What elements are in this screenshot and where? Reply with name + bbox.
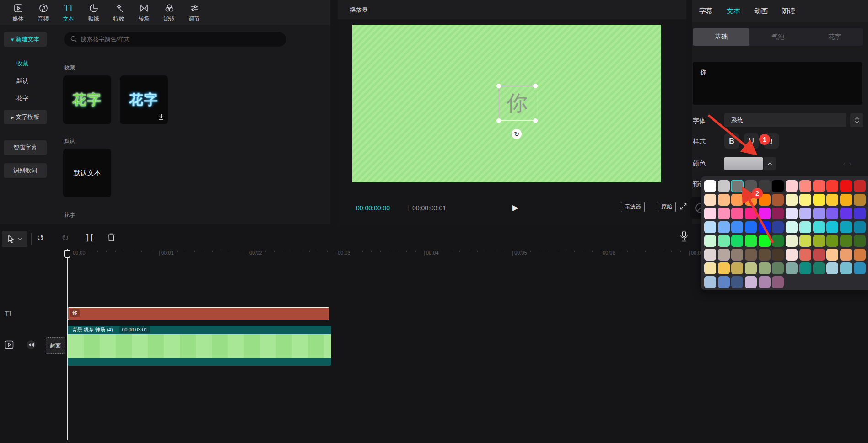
oscilloscope-button[interactable]: 示波器: [621, 202, 645, 212]
color-swatch[interactable]: [813, 194, 825, 206]
color-swatch[interactable]: [704, 221, 716, 233]
sidebar-item-default[interactable]: 默认: [16, 77, 28, 85]
tab-text[interactable]: 文本: [727, 7, 740, 16]
download-icon[interactable]: [158, 114, 164, 122]
bold-button[interactable]: B: [724, 133, 739, 149]
cover-button[interactable]: 封面: [46, 337, 65, 354]
tab-subtitle[interactable]: 字幕: [699, 7, 713, 16]
color-swatch[interactable]: [759, 235, 771, 247]
color-swatch[interactable]: [772, 194, 784, 206]
color-swatch[interactable]: [813, 208, 825, 219]
video-preview[interactable]: 你 ↻: [352, 25, 661, 182]
toolbar-item-text[interactable]: TI 文本: [56, 0, 81, 23]
color-swatch[interactable]: [731, 208, 743, 219]
color-swatch[interactable]: [772, 221, 784, 233]
color-swatch[interactable]: [786, 235, 798, 247]
font-stepper[interactable]: [850, 113, 863, 127]
font-select[interactable]: 系统: [724, 113, 846, 127]
color-swatch[interactable]: [854, 221, 866, 233]
color-swatch[interactable]: [799, 180, 811, 192]
text-content-input[interactable]: 你: [693, 62, 862, 105]
color-dropdown-button[interactable]: [764, 157, 776, 170]
color-swatch[interactable]: [772, 262, 784, 274]
search-input[interactable]: 搜索花字颜色/样式: [64, 32, 286, 47]
color-swatch[interactable]: [772, 208, 784, 219]
color-swatch[interactable]: [704, 276, 716, 288]
color-swatch[interactable]: [840, 180, 852, 192]
color-swatch[interactable]: [772, 276, 784, 288]
text-color-swatch[interactable]: [724, 157, 763, 170]
mute-track-icon[interactable]: [26, 339, 37, 352]
color-swatch[interactable]: [826, 221, 838, 233]
color-swatch[interactable]: [786, 208, 798, 219]
color-swatch[interactable]: [759, 262, 771, 274]
color-swatch[interactable]: [799, 194, 811, 206]
color-swatch[interactable]: [718, 180, 730, 192]
color-swatch[interactable]: [731, 235, 743, 247]
play-button[interactable]: ▶: [512, 203, 523, 213]
color-swatch[interactable]: [854, 194, 866, 206]
toolbar-item-sticker[interactable]: 贴纸: [81, 0, 106, 23]
color-swatch[interactable]: [772, 235, 784, 247]
color-swatch[interactable]: [854, 262, 866, 274]
sidebar-item-smart-subtitle[interactable]: 智能字幕: [4, 140, 47, 155]
resize-handle-top-left[interactable]: [496, 84, 501, 88]
color-swatch[interactable]: [718, 276, 730, 288]
color-swatch[interactable]: [718, 235, 730, 247]
resize-handle-bottom-right[interactable]: [533, 118, 538, 123]
color-swatch[interactable]: [840, 221, 852, 233]
record-voiceover-icon[interactable]: [680, 230, 688, 245]
tab-animation[interactable]: 动画: [754, 7, 768, 16]
resize-handle-top-right[interactable]: [533, 84, 538, 88]
color-swatch[interactable]: [772, 180, 784, 192]
color-swatch[interactable]: [854, 249, 866, 261]
color-swatch[interactable]: [731, 221, 743, 233]
subtab-bubble[interactable]: 气泡: [749, 28, 806, 46]
color-swatch[interactable]: [799, 221, 811, 233]
color-swatch[interactable]: [759, 194, 771, 206]
color-swatch[interactable]: [826, 194, 838, 206]
resize-handle-bottom-left[interactable]: [496, 118, 501, 123]
undo-icon[interactable]: ↺: [37, 232, 44, 243]
color-swatch[interactable]: [854, 235, 866, 247]
playhead-handle[interactable]: [64, 250, 70, 258]
color-swatch[interactable]: [799, 235, 811, 247]
color-swatch[interactable]: [704, 208, 716, 219]
color-swatch[interactable]: [786, 180, 798, 192]
video-clip[interactable]: 背景 线条 转场 (4) 00:00:03:01: [68, 326, 331, 366]
toolbar-item-effects[interactable]: 特效: [106, 0, 131, 23]
color-swatch[interactable]: [759, 221, 771, 233]
color-swatch[interactable]: [840, 194, 852, 206]
underline-button[interactable]: U: [744, 133, 759, 149]
color-swatch[interactable]: [813, 262, 825, 274]
color-swatch[interactable]: [704, 235, 716, 247]
italic-button[interactable]: I: [764, 133, 779, 149]
color-swatch[interactable]: [799, 262, 811, 274]
color-swatch[interactable]: [826, 235, 838, 247]
color-swatch[interactable]: [840, 235, 852, 247]
color-swatch[interactable]: [826, 180, 838, 192]
color-swatch[interactable]: [854, 180, 866, 192]
tab-read-aloud[interactable]: 朗读: [782, 7, 795, 16]
fullscreen-icon[interactable]: [680, 203, 687, 211]
color-swatch[interactable]: [759, 276, 771, 288]
color-swatch[interactable]: [704, 249, 716, 261]
color-swatch[interactable]: [840, 262, 852, 274]
color-swatch[interactable]: [745, 221, 757, 233]
color-swatch[interactable]: [731, 194, 743, 206]
toolbar-item-audio[interactable]: 音频: [31, 0, 56, 23]
playhead-line[interactable]: [67, 249, 68, 440]
sidebar-item-new-text[interactable]: ▾ 新建文本: [4, 32, 47, 47]
color-swatch[interactable]: [799, 208, 811, 219]
text-style-thumbnail-green[interactable]: 花字: [63, 75, 111, 124]
color-swatch[interactable]: [704, 180, 716, 192]
color-swatch[interactable]: [718, 249, 730, 261]
color-swatch[interactable]: [745, 235, 757, 247]
color-swatch[interactable]: [718, 221, 730, 233]
rotate-handle-icon[interactable]: ↻: [512, 129, 522, 139]
color-swatch[interactable]: [786, 262, 798, 274]
text-style-thumbnail-blue[interactable]: 花字: [120, 75, 168, 124]
text-selection-box[interactable]: 你: [499, 86, 535, 121]
color-swatch[interactable]: [772, 249, 784, 261]
color-swatch[interactable]: [731, 249, 743, 261]
